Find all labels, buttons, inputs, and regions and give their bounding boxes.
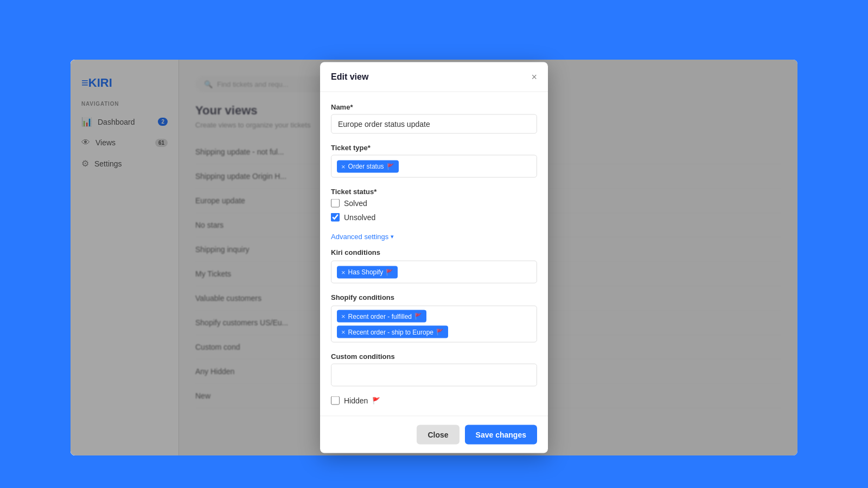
kiri-conditions-group: Kiri conditions × Has Shopify 🚩 [331, 248, 537, 284]
advanced-settings-label: Advanced settings [331, 233, 388, 241]
modal-header: Edit view × [320, 62, 548, 92]
ticket-status-label: Ticket status* [331, 188, 537, 196]
kiri-tag-info: 🚩 [386, 268, 393, 275]
unsolved-label: Unsolved [344, 213, 375, 222]
modal-title: Edit view [331, 72, 368, 82]
name-label: Name* [331, 103, 537, 111]
solved-label: Solved [344, 199, 367, 208]
kiri-conditions-label: Kiri conditions [331, 248, 537, 256]
name-group: Name* [331, 103, 537, 134]
ticket-status-checkboxes: Solved Unsolved [331, 199, 537, 222]
shopify-conditions-field[interactable]: × Recent order - fulfilled 🚩 × Recent or… [331, 306, 537, 343]
custom-conditions-label: Custom conditions [331, 352, 537, 361]
kiri-conditions-field[interactable]: × Has Shopify 🚩 [331, 261, 537, 284]
ticket-type-tag-info: 🚩 [387, 163, 394, 170]
solved-checkbox[interactable] [331, 199, 340, 208]
name-input[interactable] [331, 114, 537, 134]
hidden-group: Hidden 🚩 [331, 396, 537, 405]
chevron-down-icon: ▾ [391, 233, 394, 240]
shopify-tag1: × Recent order - fulfilled 🚩 [337, 310, 426, 323]
advanced-settings-toggle[interactable]: Advanced settings ▾ [331, 233, 394, 241]
kiri-tag: × Has Shopify 🚩 [337, 266, 398, 278]
shopify-tag1-label: Recent order - fulfilled [348, 312, 412, 320]
remove-ticket-type-tag[interactable]: × [341, 162, 346, 170]
shopify-tag2-label: Recent order - ship to Europe [348, 328, 433, 336]
unsolved-row: Unsolved [331, 213, 537, 222]
solved-row: Solved [331, 199, 537, 208]
remove-kiri-tag[interactable]: × [341, 268, 346, 276]
ticket-type-label: Ticket type* [331, 144, 537, 152]
shopify-tag1-info: 🚩 [414, 313, 422, 320]
ticket-type-field[interactable]: × Order status 🚩 [331, 155, 537, 178]
close-button[interactable]: Close [417, 425, 459, 445]
modal-footer: Close Save changes [320, 416, 548, 453]
ticket-type-tag-label: Order status [348, 163, 384, 170]
ticket-type-group: Ticket type* × Order status 🚩 [331, 144, 537, 178]
shopify-tag2-info: 🚩 [436, 329, 444, 336]
custom-conditions-group: Custom conditions [331, 352, 537, 387]
hidden-label: Hidden [344, 396, 368, 405]
hidden-info-icon: 🚩 [372, 397, 380, 404]
modal-body: Name* Ticket type* × Order status 🚩 Tick… [320, 92, 548, 416]
shopify-conditions-group: Shopify conditions × Recent order - fulf… [331, 293, 537, 343]
modal-close-button[interactable]: × [531, 72, 537, 82]
remove-shopify-tag2[interactable]: × [341, 328, 346, 336]
ticket-type-tag: × Order status 🚩 [337, 160, 399, 172]
kiri-tag-label: Has Shopify [348, 268, 384, 276]
shopify-conditions-label: Shopify conditions [331, 293, 537, 301]
shopify-tag2: × Recent order - ship to Europe 🚩 [337, 326, 448, 338]
edit-view-modal: Edit view × Name* Ticket type* × Order s… [320, 62, 548, 453]
ticket-status-group: Ticket status* Solved Unsolved [331, 188, 537, 222]
unsolved-checkbox[interactable] [331, 213, 340, 222]
hidden-checkbox[interactable] [331, 396, 340, 405]
remove-shopify-tag1[interactable]: × [341, 312, 346, 320]
custom-conditions-field[interactable] [331, 364, 537, 387]
save-button[interactable]: Save changes [465, 425, 537, 445]
